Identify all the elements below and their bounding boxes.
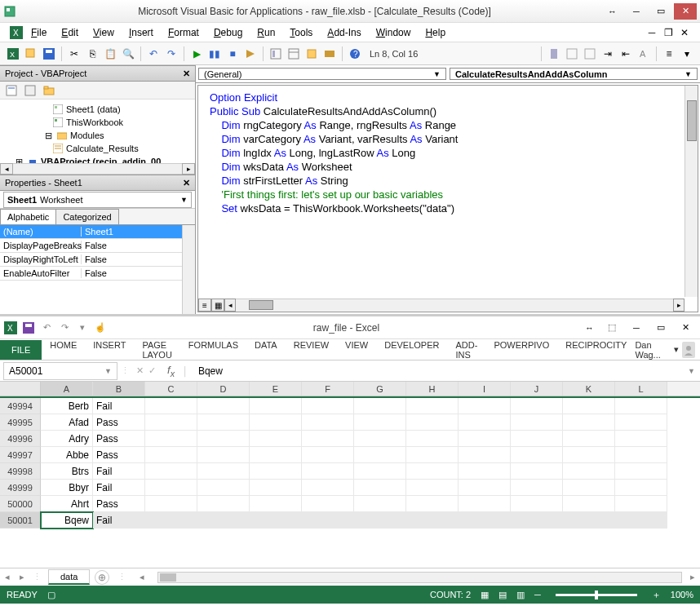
cell[interactable] [302, 431, 354, 447]
column-header[interactable]: D [197, 382, 250, 396]
cell[interactable] [302, 414, 354, 431]
tab-formulas[interactable]: FORMULAS [180, 337, 246, 363]
cell[interactable] [354, 512, 406, 529]
tab-scroll-left-button[interactable]: ◂ [0, 570, 15, 585]
grid-rows[interactable]: 49994BerbFail49995AfadPass49996AdryPass4… [0, 398, 700, 568]
excel-app-icon[interactable]: X [8, 26, 24, 39]
close-button[interactable]: ✕ [674, 320, 697, 336]
property-row[interactable]: EnableAutoFilterFalse [0, 267, 195, 281]
cell[interactable] [250, 431, 302, 447]
scroll-left-button[interactable]: ◂ [224, 299, 236, 312]
maximize-button[interactable]: ▭ [649, 3, 672, 20]
zoom-out-button[interactable]: ─ [534, 590, 541, 599]
menu-tools[interactable]: Tools [283, 25, 319, 40]
cell[interactable]: Pass [93, 431, 145, 447]
undo-button[interactable]: ↶ [39, 321, 54, 335]
cell[interactable] [459, 447, 511, 463]
property-value[interactable]: Sheet1 [82, 227, 195, 237]
cell[interactable] [250, 398, 302, 414]
table-row[interactable]: 50000AhrtPass [0, 496, 700, 512]
tab-scroll-right-button[interactable]: ▸ [15, 570, 29, 585]
code-line[interactable]: Option Explicit [210, 91, 698, 104]
tab-reciprocity[interactable]: RECIPROCITY [557, 337, 635, 363]
cell[interactable] [197, 414, 250, 431]
tab-add-ins[interactable]: ADD-INS [447, 337, 485, 363]
table-row[interactable]: 49995AfadPass [0, 414, 700, 431]
cell[interactable] [511, 512, 563, 529]
copy-button[interactable]: ⎘ [84, 46, 100, 62]
properties-object-select[interactable]: Sheet1 Worksheet ▼ [0, 191, 195, 209]
cell[interactable] [615, 431, 667, 447]
tab-developer[interactable]: DEVELOPER [376, 337, 447, 363]
insert-module-dropdown[interactable] [23, 46, 39, 62]
view-code-button[interactable] [3, 82, 20, 99]
insert-function-button[interactable]: fx [162, 364, 179, 378]
cell[interactable] [197, 512, 250, 529]
cell[interactable] [459, 512, 511, 529]
zoom-thumb[interactable] [595, 591, 598, 599]
tab-review[interactable]: REVIEW [286, 337, 337, 363]
column-header[interactable]: E [250, 382, 302, 396]
normal-view-button[interactable]: ▦ [481, 590, 489, 600]
cell[interactable] [615, 512, 667, 529]
cell[interactable] [459, 496, 511, 512]
cell[interactable] [250, 480, 302, 496]
paste-button[interactable]: 📋 [102, 46, 118, 62]
horizontal-scrollbar[interactable] [157, 572, 682, 583]
cell[interactable] [197, 463, 250, 480]
child-minimize-button[interactable]: ─ [645, 27, 659, 38]
row-header[interactable]: 50001 [0, 512, 41, 529]
minimize-button[interactable]: ─ [625, 320, 648, 336]
scrollbar-thumb[interactable] [687, 100, 697, 141]
toolbox-button[interactable] [321, 46, 338, 62]
cell[interactable] [511, 398, 563, 414]
cell[interactable] [302, 447, 354, 463]
cell[interactable] [563, 463, 615, 480]
list-constants-button[interactable] [582, 46, 598, 62]
cell[interactable] [197, 496, 250, 512]
table-row[interactable]: 49994BerbFail [0, 398, 700, 414]
redo-button[interactable]: ↷ [163, 46, 179, 62]
property-row[interactable]: DisplayPageBreaksFalse [0, 239, 195, 253]
cell[interactable] [145, 414, 197, 431]
menu-debug[interactable]: Debug [207, 25, 249, 40]
run-button[interactable]: ▶ [188, 46, 205, 62]
row-header[interactable]: 49995 [0, 414, 41, 431]
row-header[interactable]: 49997 [0, 447, 41, 463]
cell[interactable] [563, 398, 615, 414]
cell[interactable] [406, 414, 459, 431]
tree-node-thisworkbook[interactable]: ThisWorkbook [3, 116, 195, 129]
cell[interactable] [250, 512, 302, 529]
scroll-left-button[interactable]: ◂ [0, 163, 13, 175]
table-row[interactable]: 49999BbyrFail [0, 480, 700, 496]
scroll-right-button[interactable]: ▸ [673, 299, 684, 312]
menu-view[interactable]: View [86, 25, 121, 40]
cell[interactable] [354, 480, 406, 496]
comment-block-button[interactable]: A [636, 46, 652, 62]
cell[interactable] [406, 463, 459, 480]
column-header[interactable]: J [511, 382, 563, 396]
cell[interactable] [145, 480, 197, 496]
cell[interactable] [511, 414, 563, 431]
view-excel-button[interactable]: X [5, 46, 21, 62]
tab-page-layou[interactable]: PAGE LAYOU [134, 337, 179, 363]
cell[interactable] [615, 447, 667, 463]
break-button[interactable]: ▮▮ [206, 46, 223, 62]
cell[interactable] [563, 447, 615, 463]
cell[interactable] [511, 463, 563, 480]
cell[interactable] [563, 480, 615, 496]
cell[interactable] [563, 431, 615, 447]
resize-icon[interactable]: ↔ [585, 323, 594, 333]
cell[interactable] [302, 512, 354, 529]
save-button[interactable] [41, 46, 57, 62]
column-header[interactable]: A [41, 382, 93, 396]
column-header[interactable]: L [615, 382, 667, 396]
cell[interactable]: Afad [41, 414, 93, 431]
menu-edit[interactable]: Edit [55, 25, 85, 40]
cell[interactable] [302, 398, 354, 414]
vertical-scrollbar[interactable] [182, 225, 195, 314]
project-tree[interactable]: Sheet1 (data) ThisWorkbook ⊟ Modules Cal… [0, 100, 195, 175]
save-button[interactable] [21, 321, 36, 335]
cell[interactable] [615, 414, 667, 431]
cell[interactable] [615, 480, 667, 496]
